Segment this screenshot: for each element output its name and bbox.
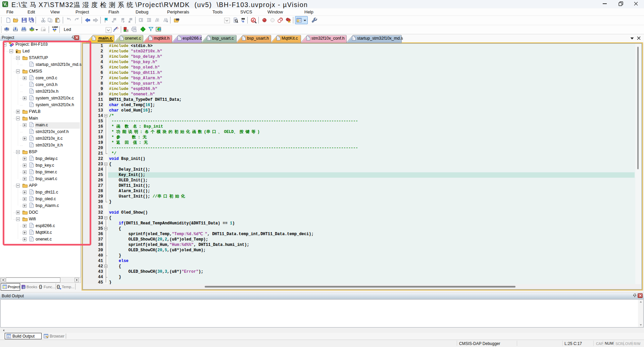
svg-text:5: 5 <box>6 4 7 7</box>
svg-text:?: ? <box>23 287 24 289</box>
